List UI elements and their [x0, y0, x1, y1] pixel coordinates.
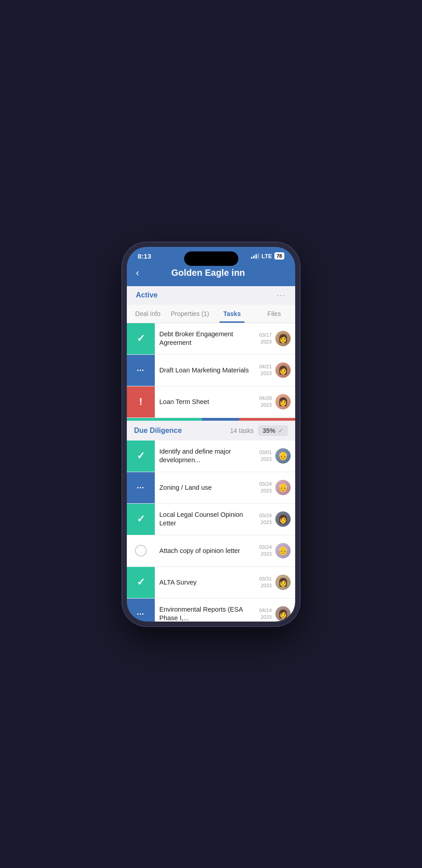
task-row[interactable]: ✓ Identify and define major developmen..… — [127, 441, 295, 472]
task-row[interactable]: ••• Environmental Reports (ESA Phase I,.… — [127, 599, 295, 622]
signal-bars — [251, 253, 259, 259]
dots-icon: ••• — [137, 485, 145, 490]
task-meta: 04/142023 👩 — [255, 599, 295, 622]
task-status-green: ✓ — [127, 567, 155, 598]
tab-files[interactable]: Files — [253, 305, 295, 323]
task-meta: 03/242023 👴 — [255, 535, 295, 566]
progress-bar — [127, 418, 295, 421]
task-row[interactable]: ✓ Local Legal Counsel Opinion Letter 03/… — [127, 504, 295, 535]
section-info: Due Diligence 14 tasks 35% ✓ — [127, 421, 295, 441]
progress-red — [239, 418, 295, 421]
task-status-blue: ••• — [127, 472, 155, 503]
avatar: 👩 — [275, 331, 291, 346]
task-status-green: ✓ — [127, 441, 155, 472]
avatar: 👴 — [275, 543, 291, 558]
tab-tasks[interactable]: Tasks — [211, 305, 253, 323]
active-bar: Active ··· — [127, 286, 295, 305]
task-row[interactable]: ! Loan Term Sheet 04/282023 👩 — [127, 386, 295, 418]
task-date: 04/142023 — [259, 607, 272, 621]
task-date: 03/242023 — [259, 512, 272, 526]
task-row[interactable]: Attach copy of opinion letter 03/242023 … — [127, 535, 295, 567]
task-info: Draft Loan Marketing Materials — [155, 355, 255, 386]
check-icon: ✓ — [137, 513, 145, 525]
percent-check-icon: ✓ — [278, 427, 283, 434]
task-title: Local Legal Counsel Opinion Letter — [159, 511, 250, 528]
task-date: 03/012023 — [259, 449, 272, 463]
avatar: 👴 — [275, 480, 291, 495]
status-right: LTE 78 — [251, 252, 284, 260]
bar1 — [251, 257, 252, 259]
tab-deal-info[interactable]: Deal Info — [127, 305, 169, 323]
back-button[interactable]: ‹ — [136, 267, 139, 279]
task-count: 14 tasks — [230, 427, 254, 434]
task-title: Environmental Reports (ESA Phase I,... — [159, 605, 250, 621]
task-title: Loan Term Sheet — [159, 398, 250, 406]
page-title: Golden Eagle inn — [144, 268, 273, 278]
section-header-due-diligence: Due Diligence 14 tasks 35% ✓ — [127, 418, 295, 441]
dots-icon: ••• — [137, 368, 145, 373]
time: 8:13 — [138, 252, 151, 260]
task-meta: 04/282023 👩 — [255, 386, 295, 418]
progress-green — [127, 418, 202, 421]
task-row[interactable]: ••• Draft Loan Marketing Materials 04/21… — [127, 355, 295, 386]
task-info: Identify and define major developmen... — [155, 441, 255, 472]
check-icon: ✓ — [137, 576, 145, 588]
task-title: Zoning / Land use — [159, 483, 250, 492]
task-title: Attach copy of opinion letter — [159, 547, 250, 555]
task-row[interactable]: ✓ Debt Broker Engagement Agreement 03/17… — [127, 323, 295, 355]
task-title: ALTA Survey — [159, 578, 250, 587]
section-title: Due Diligence — [134, 427, 182, 435]
task-meta: 03/312023 👩 — [255, 567, 295, 598]
exclaim-icon: ! — [139, 396, 142, 408]
percent-value: 35% — [263, 427, 275, 434]
task-info: Attach copy of opinion letter — [155, 535, 255, 566]
content-area: ✓ Debt Broker Engagement Agreement 03/17… — [127, 323, 295, 622]
task-status-green: ✓ — [127, 504, 155, 535]
task-date: 03/172023 — [259, 332, 272, 346]
avatar: 👩 — [275, 511, 291, 527]
bar3 — [255, 254, 257, 259]
task-info: Local Legal Counsel Opinion Letter — [155, 504, 255, 535]
progress-blue — [202, 418, 239, 421]
task-meta: 03/172023 👩 — [255, 323, 295, 354]
percent-badge: 35% ✓ — [258, 425, 288, 436]
task-date: 04/212023 — [259, 363, 272, 377]
tab-properties[interactable]: Properties (1) — [169, 305, 211, 323]
task-status-blue: ••• — [127, 355, 155, 386]
active-label: Active — [136, 291, 158, 299]
app-header: ‹ Golden Eagle inn — [127, 263, 295, 286]
task-info: Debt Broker Engagement Agreement — [155, 323, 255, 354]
bar2 — [253, 255, 255, 259]
circle-icon — [135, 545, 147, 557]
dots-icon: ••• — [137, 612, 145, 617]
task-date: 03/242023 — [259, 544, 272, 558]
task-date: 04/282023 — [259, 395, 272, 409]
battery: 78 — [274, 252, 284, 260]
avatar: 👩 — [275, 362, 291, 378]
task-info: Loan Term Sheet — [155, 386, 255, 418]
task-meta: 04/212023 👩 — [255, 355, 295, 386]
task-title: Identify and define major developmen... — [159, 447, 250, 464]
avatar: 👩 — [275, 606, 291, 622]
avatar: 👩 — [275, 575, 291, 590]
task-row[interactable]: ✓ ALTA Survey 03/312023 👩 — [127, 567, 295, 599]
task-info: ALTA Survey — [155, 567, 255, 598]
avatar: 👩 — [275, 394, 291, 409]
task-status-blue: ••• — [127, 599, 155, 622]
task-info: Environmental Reports (ESA Phase I,... — [155, 599, 255, 622]
task-date: 03/312023 — [259, 576, 272, 589]
bar4 — [258, 253, 259, 259]
task-meta: 03/242023 👩 — [255, 504, 295, 535]
task-title: Debt Broker Engagement Agreement — [159, 330, 250, 347]
check-icon: ✓ — [137, 333, 145, 344]
tab-bar: Deal Info Properties (1) Tasks Files — [127, 305, 295, 323]
task-date: 03/242023 — [259, 481, 272, 495]
task-row[interactable]: ••• Zoning / Land use 03/242023 👴 — [127, 472, 295, 504]
task-meta: 03/242023 👴 — [255, 472, 295, 503]
task-status-red: ! — [127, 386, 155, 418]
task-title: Draft Loan Marketing Materials — [159, 366, 250, 375]
task-info: Zoning / Land use — [155, 472, 255, 503]
more-menu-button[interactable]: ··· — [277, 291, 286, 300]
task-status-empty — [127, 535, 155, 566]
avatar: 👴 — [275, 448, 291, 464]
